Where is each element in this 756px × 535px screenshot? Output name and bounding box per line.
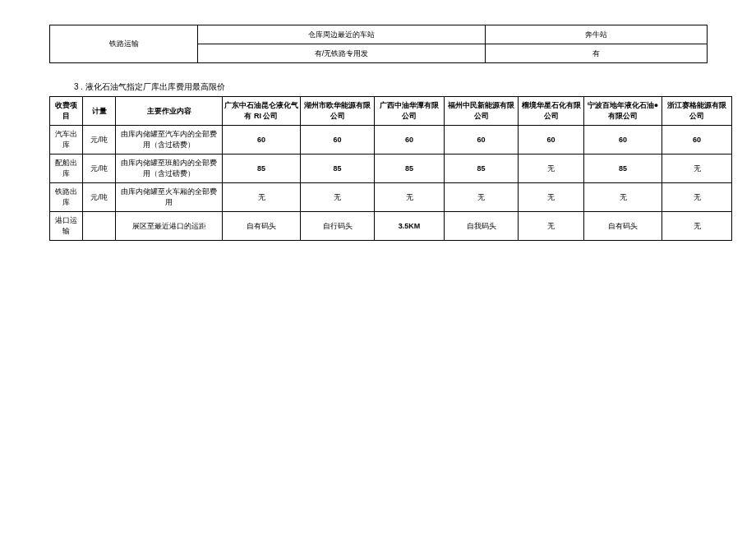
value-cell: 无 xyxy=(662,183,732,212)
row-label-cell: 铁路出库 xyxy=(50,183,83,212)
value-cell: 60 xyxy=(445,126,519,155)
value-cell: 85 xyxy=(223,155,301,183)
value-cell: 无 xyxy=(223,183,301,212)
section-title: 3 . 液化石油气指定厂库出库费用最高限价 xyxy=(74,81,707,93)
value-cell: 无 xyxy=(584,183,662,212)
value-cell: 无 xyxy=(301,183,375,212)
row-label-cell xyxy=(83,212,116,241)
value-cell: 自行码头 xyxy=(301,212,375,241)
col-work-content: 主要作业内容 xyxy=(116,97,223,126)
col-company-2: 湖州市欧华能源有限公司 xyxy=(301,97,375,126)
value-cell: 3.5KM xyxy=(375,212,445,241)
row-label-cell: 港口运输 xyxy=(50,212,83,241)
value-cell: 85 xyxy=(445,155,519,183)
value-cell: 无 xyxy=(519,212,584,241)
value-cell: 自我码头 xyxy=(445,212,519,241)
value-cell: 60 xyxy=(519,126,584,155)
dedicated-line-label: 有/无铁路专用发 xyxy=(198,44,486,63)
value-cell: 无 xyxy=(519,183,584,212)
nearest-station-label: 仓库周边最近的车站 xyxy=(198,25,486,44)
col-company-4: 福州中民新能源有限公司 xyxy=(445,97,519,126)
col-fee-item: 收费项目 xyxy=(50,97,83,126)
table-header-row: 收费项目 计量 主要作业内容 广东中石油昆仑液化气有 RI 公司 湖州市欧华能源… xyxy=(50,97,732,126)
value-cell: 85 xyxy=(375,155,445,183)
col-company-5: 榴境华星石化有限公司 xyxy=(519,97,584,126)
value-cell: 无 xyxy=(445,183,519,212)
value-cell: 无 xyxy=(662,155,732,183)
row-label-cell: 由库内储罐至火车厢的全部费用 xyxy=(116,183,223,212)
row-label-cell: 汽车出库 xyxy=(50,126,83,155)
col-company-7: 浙江赛格能源有限公司 xyxy=(662,97,732,126)
value-cell: 60 xyxy=(223,126,301,155)
rail-transport-table: 铁路运输 仓库周边最近的车站 奔牛站 有/无铁路专用发 有 xyxy=(49,25,708,63)
row-label-cell: 展区至最近港口的运距 xyxy=(116,212,223,241)
col-company-1: 广东中石油昆仑液化气有 RI 公司 xyxy=(223,97,301,126)
value-cell: 无 xyxy=(519,155,584,183)
row-label-cell: 元/吨 xyxy=(83,126,116,155)
value-cell: 无 xyxy=(375,183,445,212)
value-cell: 无 xyxy=(662,212,732,241)
table-row: 铁路运输 仓库周边最近的车站 奔牛站 xyxy=(50,25,708,44)
value-cell: 85 xyxy=(584,155,662,183)
value-cell: 自有码头 xyxy=(223,212,301,241)
table-row: 港口运输展区至最近港口的运距自有码头自行码头3.5KM自我码头无自有码头无 xyxy=(50,212,732,241)
rail-transport-label: 铁路运输 xyxy=(50,25,198,63)
row-label-cell: 由库内储罐至汽车内的全部费用（含过磅费） xyxy=(116,126,223,155)
value-cell: 85 xyxy=(301,155,375,183)
value-cell: 60 xyxy=(662,126,732,155)
value-cell: 60 xyxy=(375,126,445,155)
value-cell: 60 xyxy=(584,126,662,155)
col-company-6: 宁波百地年液化石油●有限公司 xyxy=(584,97,662,126)
table-row: 汽车出库元/吨由库内储罐至汽车内的全部费用（含过磅费）6060606060606… xyxy=(50,126,732,155)
table-row: 配船出库元/吨由库内储罐至班船内的全部费用（含过磅费）85858585无85无 xyxy=(50,155,732,183)
row-label-cell: 由库内储罐至班船内的全部费用（含过磅费） xyxy=(116,155,223,183)
nearest-station-value: 奔牛站 xyxy=(486,25,708,44)
col-unit: 计量 xyxy=(83,97,116,126)
row-label-cell: 元/吨 xyxy=(83,183,116,212)
table-row: 铁路出库元/吨由库内储罐至火车厢的全部费用无无无无无无无 xyxy=(50,183,732,212)
row-label-cell: 元/吨 xyxy=(83,155,116,183)
row-label-cell: 配船出库 xyxy=(50,155,83,183)
value-cell: 自有码头 xyxy=(584,212,662,241)
dedicated-line-value: 有 xyxy=(486,44,708,63)
col-company-3: 广西中油华潭有限公司 xyxy=(375,97,445,126)
value-cell: 60 xyxy=(301,126,375,155)
fee-limit-table: 收费项目 计量 主要作业内容 广东中石油昆仑液化气有 RI 公司 湖州市欧华能源… xyxy=(49,96,732,241)
